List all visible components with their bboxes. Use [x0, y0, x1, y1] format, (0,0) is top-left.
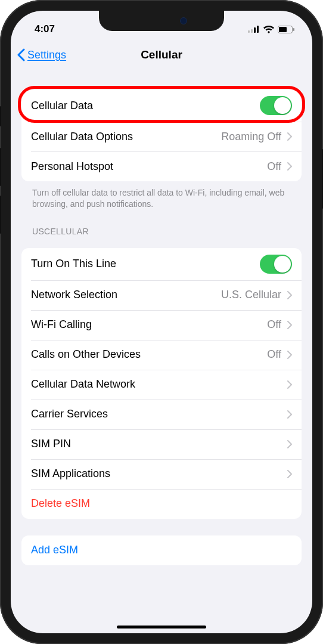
row-label: Delete eSIM	[31, 497, 90, 510]
svg-rect-1	[251, 29, 253, 33]
wifi-icon	[263, 26, 274, 33]
chevron-right-icon	[287, 470, 292, 478]
row-label: Personal Hotspot	[31, 160, 113, 173]
section-header-carrier: USCELLULAR	[21, 210, 302, 241]
chevron-right-icon	[287, 132, 292, 141]
svg-rect-2	[254, 27, 256, 33]
row-label: Carrier Services	[31, 408, 108, 420]
mute-switch[interactable]	[0, 106, 1, 126]
row-label: Network Selection	[31, 289, 117, 301]
chevron-left-icon	[17, 48, 25, 61]
row-label: Turn On This Line	[31, 258, 116, 270]
group-carrier: Turn On This Line Network Selection U.S.…	[21, 248, 302, 519]
row-value: Off	[267, 160, 281, 173]
page-title: Cellular	[141, 48, 182, 61]
row-label: SIM Applications	[31, 467, 110, 480]
back-label: Settings	[27, 49, 66, 61]
row-value: Roaming Off	[221, 131, 281, 143]
row-value: Off	[267, 318, 281, 331]
turn-on-line-toggle[interactable]	[260, 255, 292, 274]
status-time: 4:07	[26, 23, 55, 35]
row-cellular-data-network[interactable]: Cellular Data Network	[21, 370, 302, 400]
row-cellular-data[interactable]: Cellular Data	[21, 89, 302, 122]
status-icons	[248, 26, 297, 33]
cellular-data-toggle[interactable]	[260, 96, 292, 115]
notch	[99, 11, 224, 31]
svg-rect-3	[257, 26, 259, 33]
phone-frame: 4:07 Settings Cellular	[0, 0, 323, 644]
volume-down-button[interactable]	[0, 196, 1, 234]
row-label: Add eSIM	[31, 544, 78, 556]
group-cellular: Cellular Data Cellular Data Options Roam…	[21, 89, 302, 181]
row-personal-hotspot[interactable]: Personal Hotspot Off	[21, 151, 302, 181]
row-label: Calls on Other Devices	[31, 348, 141, 361]
screen: 4:07 Settings Cellular	[11, 11, 312, 633]
row-cellular-data-options[interactable]: Cellular Data Options Roaming Off	[21, 122, 302, 151]
row-wifi-calling[interactable]: Wi-Fi Calling Off	[21, 310, 302, 340]
chevron-right-icon	[287, 321, 292, 329]
row-sim-pin[interactable]: SIM PIN	[21, 429, 302, 459]
battery-icon	[278, 26, 294, 33]
row-value: Off	[267, 348, 281, 361]
row-turn-on-line[interactable]: Turn On This Line	[21, 248, 302, 280]
row-label: SIM PIN	[31, 438, 71, 450]
chevron-right-icon	[287, 380, 292, 389]
row-carrier-services[interactable]: Carrier Services	[21, 400, 302, 429]
row-network-selection[interactable]: Network Selection U.S. Cellular	[21, 280, 302, 310]
cellular-signal-icon	[248, 26, 260, 33]
back-button[interactable]: Settings	[17, 48, 66, 61]
row-label: Cellular Data Network	[31, 378, 135, 391]
chevron-right-icon	[287, 162, 292, 171]
section-footer: Turn off cellular data to restrict all d…	[21, 181, 302, 210]
content-scroll[interactable]: Cellular Data Cellular Data Options Roam…	[11, 70, 312, 633]
group-add-esim: Add eSIM	[21, 535, 302, 565]
row-label: Cellular Data Options	[31, 131, 133, 143]
row-delete-esim[interactable]: Delete eSIM	[21, 489, 302, 519]
row-add-esim[interactable]: Add eSIM	[21, 535, 302, 565]
chevron-right-icon	[287, 351, 292, 359]
chevron-right-icon	[287, 291, 292, 299]
svg-rect-0	[248, 30, 250, 33]
home-indicator[interactable]	[117, 626, 206, 628]
svg-rect-6	[293, 28, 294, 31]
row-sim-applications[interactable]: SIM Applications	[21, 459, 302, 489]
chevron-right-icon	[287, 410, 292, 419]
row-label: Wi-Fi Calling	[31, 318, 92, 331]
row-calls-other-devices[interactable]: Calls on Other Devices Off	[21, 340, 302, 370]
row-label: Cellular Data	[31, 100, 93, 112]
volume-up-button[interactable]	[0, 148, 1, 186]
chevron-right-icon	[287, 440, 292, 448]
svg-rect-5	[279, 27, 287, 32]
row-value: U.S. Cellular	[221, 289, 281, 301]
nav-bar: Settings Cellular	[11, 39, 312, 70]
